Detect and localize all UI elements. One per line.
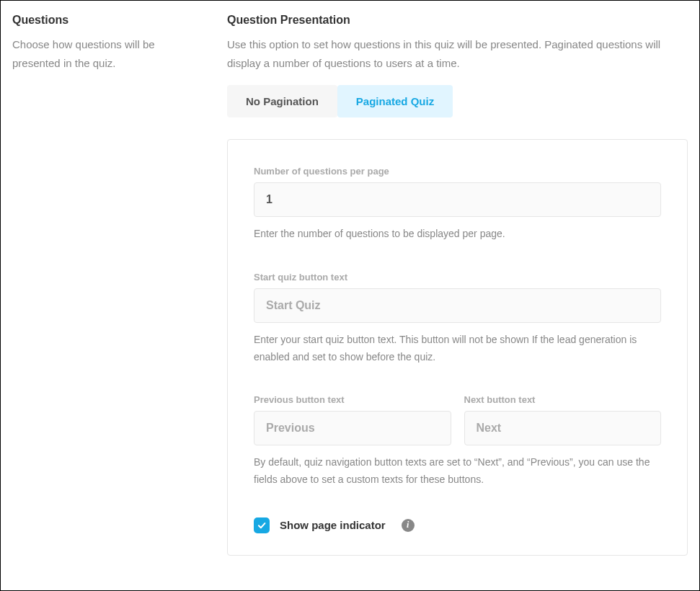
next-button-text-label: Next button text <box>464 394 662 405</box>
show-page-indicator-label: Show page indicator <box>280 519 386 531</box>
nav-buttons-help: By default, quiz navigation button texts… <box>254 454 661 489</box>
sidebar-title: Questions <box>12 14 205 27</box>
start-button-text-help: Enter your start quiz button text. This … <box>254 332 661 366</box>
start-button-text-input[interactable] <box>254 288 661 323</box>
next-button-text-input[interactable] <box>464 411 662 445</box>
settings-panel: Number of questions per page Enter the n… <box>227 139 688 556</box>
section-title: Question Presentation <box>227 14 688 27</box>
per-page-label: Number of questions per page <box>254 166 661 177</box>
section-description: Use this option to set how questions in … <box>227 35 688 72</box>
check-icon <box>257 520 267 530</box>
tab-no-pagination[interactable]: No Pagination <box>227 85 337 117</box>
per-page-help: Enter the number of questions to be disp… <box>254 226 661 243</box>
info-icon[interactable]: i <box>402 519 415 532</box>
start-button-text-label: Start quiz button text <box>254 272 661 283</box>
previous-button-text-input[interactable] <box>254 411 451 445</box>
pagination-tabs: No Pagination Paginated Quiz <box>227 85 688 117</box>
show-page-indicator-checkbox[interactable] <box>254 517 270 533</box>
sidebar-description: Choose how questions will be presented i… <box>12 35 205 72</box>
previous-button-text-label: Previous button text <box>254 394 451 405</box>
tab-paginated-quiz[interactable]: Paginated Quiz <box>337 85 453 117</box>
per-page-input[interactable] <box>254 182 661 217</box>
